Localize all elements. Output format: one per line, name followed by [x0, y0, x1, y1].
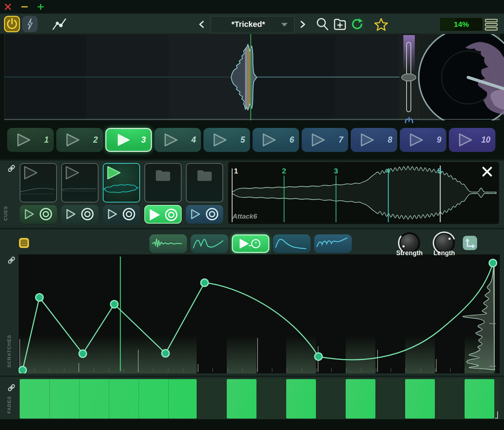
svg-text:2: 2 — [282, 167, 286, 175]
svg-text:5: 5 — [437, 167, 442, 175]
svg-text:Attack6: Attack6 — [232, 212, 257, 220]
svg-text:4: 4 — [386, 167, 390, 175]
svg-text:3: 3 — [334, 167, 338, 175]
svg-text:1: 1 — [234, 167, 238, 175]
